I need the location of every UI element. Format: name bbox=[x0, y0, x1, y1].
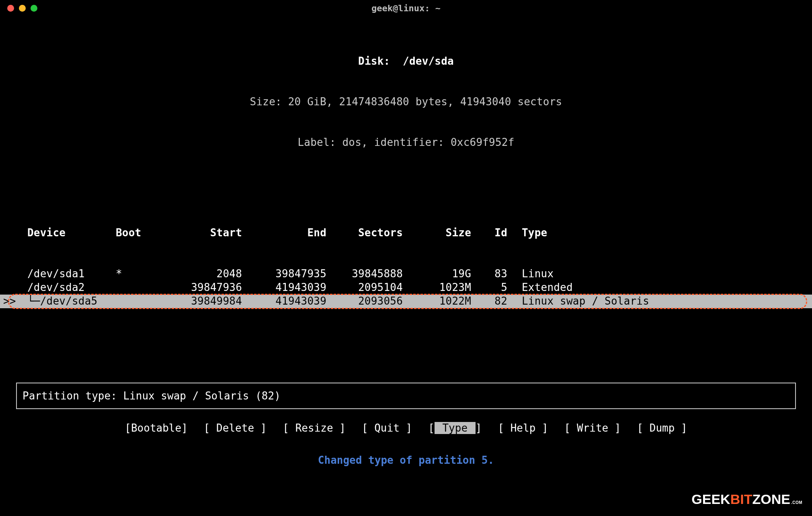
status-message: Changed type of partition 5. bbox=[0, 454, 812, 466]
cell-sectors: 2095104 bbox=[338, 281, 414, 295]
cell-size: 19G bbox=[414, 267, 482, 281]
col-size: Size bbox=[414, 226, 482, 240]
disk-size-line: Size: 20 GiB, 21474836480 bytes, 4194304… bbox=[0, 95, 812, 109]
menu-item-write[interactable]: [ Write ] bbox=[564, 422, 622, 434]
cell-device: /dev/sda2 bbox=[24, 281, 113, 295]
watermark-part1: GEEK bbox=[691, 491, 730, 507]
disk-label: Disk: bbox=[358, 55, 390, 67]
menu-item-bootable[interactable]: [Bootable] bbox=[124, 422, 189, 434]
menu-bar: [Bootable][ Delete ][ Resize ][ Quit ][ … bbox=[0, 422, 812, 434]
minimize-icon[interactable] bbox=[19, 5, 26, 12]
table-header: Device Boot Start End Sectors Size Id Ty… bbox=[0, 226, 812, 240]
cell-id: 82 bbox=[482, 295, 519, 308]
disk-label-line: Label: dos, identifier: 0xc69f952f bbox=[0, 136, 812, 149]
cell-end: 41943039 bbox=[253, 295, 338, 308]
cell-size: 1022M bbox=[414, 295, 482, 308]
col-start: Start bbox=[173, 226, 253, 240]
cell-boot: * bbox=[113, 267, 173, 281]
menu-item-type[interactable]: [ Type ] bbox=[427, 422, 482, 434]
cell-end: 39847935 bbox=[253, 267, 338, 281]
tree-branch-icon: └─ bbox=[27, 295, 40, 308]
menu-item-delete[interactable]: [ Delete ] bbox=[203, 422, 268, 434]
partition-info-text: Partition type: Linux swap / Solaris (82… bbox=[23, 390, 281, 402]
table-row[interactable]: /dev/sda2398479364194303920951041023M5Ex… bbox=[0, 281, 812, 295]
traffic-lights bbox=[7, 5, 37, 12]
partition-table: Device Boot Start End Sectors Size Id Ty… bbox=[0, 199, 812, 336]
watermark-dotcom: .COM bbox=[791, 500, 802, 507]
menu-item-dump[interactable]: [ Dump ] bbox=[636, 422, 688, 434]
col-boot: Boot bbox=[113, 226, 173, 240]
cell-size: 1023M bbox=[414, 281, 482, 295]
cell-start: 2048 bbox=[173, 267, 253, 281]
window-title: geek@linux: ~ bbox=[371, 3, 441, 13]
table-row[interactable]: >>└─/dev/sda5398499844194303920930561022… bbox=[0, 295, 812, 308]
close-icon[interactable] bbox=[7, 5, 14, 12]
terminal-content: Disk: /dev/sda Size: 20 GiB, 21474836480… bbox=[0, 16, 812, 349]
watermark-logo: GEEKBITZONE.COM bbox=[691, 491, 802, 507]
col-device: Device bbox=[24, 226, 113, 240]
col-end: End bbox=[253, 226, 338, 240]
menu-item-help[interactable]: [ Help ] bbox=[497, 422, 549, 434]
titlebar: geek@linux: ~ bbox=[0, 0, 812, 16]
disk-device: /dev/sda bbox=[403, 55, 454, 67]
col-id: Id bbox=[482, 226, 519, 240]
col-sectors: Sectors bbox=[338, 226, 414, 240]
menu-item-quit[interactable]: [ Quit ] bbox=[361, 422, 413, 434]
row-prefix: >> bbox=[0, 295, 24, 308]
cell-sectors: 39845888 bbox=[338, 267, 414, 281]
cell-start: 39849984 bbox=[173, 295, 253, 308]
cell-end: 41943039 bbox=[253, 281, 338, 295]
watermark-part3: ZONE bbox=[752, 491, 790, 507]
table-row[interactable]: /dev/sda1*2048398479353984588819G83Linux bbox=[0, 267, 812, 281]
maximize-icon[interactable] bbox=[31, 5, 37, 12]
cell-sectors: 2093056 bbox=[338, 295, 414, 308]
cell-device: └─/dev/sda5 bbox=[24, 295, 113, 308]
col-type: Type bbox=[519, 226, 812, 240]
partition-info-box: Partition type: Linux swap / Solaris (82… bbox=[16, 383, 796, 409]
cell-start: 39847936 bbox=[173, 281, 253, 295]
cell-device: /dev/sda1 bbox=[24, 267, 113, 281]
cell-type: Linux bbox=[519, 267, 812, 281]
watermark-part2: BIT bbox=[730, 491, 753, 507]
cell-type: Linux swap / Solaris bbox=[519, 295, 812, 308]
cell-type: Extended bbox=[519, 281, 812, 295]
cell-id: 5 bbox=[482, 281, 519, 295]
menu-item-resize[interactable]: [ Resize ] bbox=[282, 422, 347, 434]
disk-header: Disk: /dev/sda bbox=[0, 55, 812, 68]
cell-id: 83 bbox=[482, 267, 519, 281]
